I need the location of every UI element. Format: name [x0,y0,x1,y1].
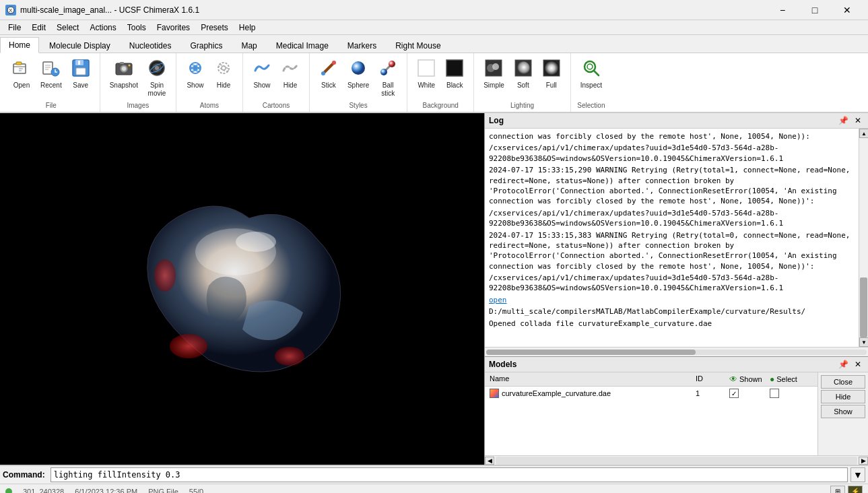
log-row: /cxservices/api/v1/chimerax/updates?uuid… [489,273,855,294]
log-open-link[interactable]: open [489,296,507,304]
3d-model-svg [101,171,384,407]
log-scroll-track[interactable] [859,138,868,337]
command-scroll-down[interactable]: ▼ [850,467,865,482]
status-grid-btn[interactable]: ⊞ [830,486,845,494]
recent-button[interactable]: Recent [36,56,66,92]
snapshot-button[interactable]: Snapshot [106,56,142,92]
black-bg-button[interactable]: Black [441,56,468,92]
command-input[interactable] [51,467,848,482]
tab-markers[interactable]: Markers [339,38,385,53]
models-close-button[interactable]: ✕ [852,358,864,370]
log-pin-button[interactable]: 📌 [837,114,849,127]
models-hscroll-left[interactable]: ◀ [485,457,494,465]
main-area: Log 📌 ✕ connection was forcibly closed b… [0,113,868,465]
log-open-link-row: open [489,295,855,305]
hide-cartoons-button[interactable]: Hide [277,56,304,92]
status-right-controls: ⊞ ⚡ [830,486,863,494]
menu-help[interactable]: Help [234,22,261,34]
status-flash-btn[interactable]: ⚡ [848,486,863,494]
log-row: /cxservices/api/v1/chimerax/updates?uuid… [489,208,855,229]
show-cartoons-button[interactable]: Show [248,56,275,92]
svg-point-41 [544,61,559,75]
log-content[interactable]: connection was forcibly closed by the re… [485,129,859,347]
log-path-row: D:/multi_scale/compilersMATLAB/MatlabCom… [489,306,855,317]
menu-presets[interactable]: Presets [195,22,234,34]
ball-stick-label: Ballstick [381,81,395,98]
svg-rect-8 [76,68,86,75]
tab-home[interactable]: Home [0,37,39,53]
stick-label: Stick [321,81,336,90]
show-atoms-button[interactable]: Show [182,56,209,92]
file-buttons: Open Recent Save [8,56,94,100]
open-button[interactable]: Open [8,56,35,92]
models-pin-button[interactable]: 📌 [837,358,849,370]
tab-medical-image[interactable]: Medical Image [267,38,337,53]
background-group-label: Background [423,100,459,109]
atoms-buttons: Show Hide [182,56,237,100]
menu-file[interactable]: File [3,22,26,34]
close-button[interactable]: ✕ [832,0,863,20]
menu-bar: File Edit Select Actions Tools Favorites… [0,20,868,35]
tab-map[interactable]: Map [232,38,265,53]
log-scroll-down[interactable]: ▼ [859,337,868,347]
menu-favorites[interactable]: Favorites [152,22,195,34]
models-hscroll-right[interactable]: ▶ [859,457,868,465]
status-count: 55/0 [189,488,203,494]
menu-select[interactable]: Select [51,22,84,34]
col-select: ● Select [768,374,815,385]
hide-atoms-label: Hide [217,81,231,90]
models-close-btn[interactable]: Close [821,375,865,389]
status-coords: 301, 240328 [23,488,64,494]
log-close-button[interactable]: ✕ [852,114,864,127]
models-hscroll-track[interactable] [496,457,857,465]
window-controls: − □ ✕ [767,0,863,20]
models-show-btn[interactable]: Show [821,405,865,418]
tab-right-mouse[interactable]: Right Mouse [387,38,449,53]
menu-tools[interactable]: Tools [122,22,152,34]
soft-lighting-button[interactable]: Soft [510,56,537,92]
ribbon-group-atoms: Show Hide Atoms [176,53,243,112]
hide-atoms-button[interactable]: Hide [210,56,237,92]
model-shown-cell[interactable]: ✓ [727,388,768,399]
sphere-label: Sphere [347,81,369,90]
log-hscroll-thumb [486,350,696,355]
inspect-button[interactable]: Inspect [576,56,606,92]
model-select-cell[interactable] [768,388,815,399]
models-panel: Models 📌 ✕ Name ID 👁 Shown ● Select [485,357,868,465]
save-button[interactable]: Save [67,56,94,92]
stick-button[interactable]: Stick [315,56,342,92]
menu-actions[interactable]: Actions [84,22,121,34]
minimize-button[interactable]: − [767,0,798,20]
spin-movie-button[interactable]: Spinmovie [143,56,170,100]
tab-molecule-display[interactable]: Molecule Display [40,38,119,53]
simple-lighting-button[interactable]: Simple [479,56,508,92]
full-lighting-button[interactable]: Full [538,56,565,92]
ribbon-group-file: Open Recent Save File [3,53,100,112]
images-group-label: Images [127,100,149,109]
status-datetime: 6/1/2023 12:36 PM [75,488,137,494]
svg-rect-34 [446,60,463,76]
model-select-checkbox[interactable] [770,389,779,398]
white-bg-button[interactable]: White [413,56,440,92]
models-header-controls: 📌 ✕ [837,358,864,370]
menu-edit[interactable]: Edit [26,22,51,34]
show-atoms-label: Show [187,81,203,90]
tab-graphics[interactable]: Graphics [181,38,231,53]
snapshot-icon [114,59,133,80]
maximize-button[interactable]: □ [799,0,830,20]
model-shown-checkbox[interactable]: ✓ [729,389,739,398]
log-hscroll-track[interactable] [486,350,867,355]
sphere-button[interactable]: Sphere [343,56,373,92]
viewport[interactable] [0,113,484,465]
svg-rect-13 [120,62,124,64]
file-group-label: File [46,100,57,109]
right-panel: Log 📌 ✕ connection was forcibly closed b… [484,113,868,465]
ribbon-group-styles: Stick Sphere Ballstick Styles [310,53,407,112]
models-hide-btn[interactable]: Hide [821,390,865,403]
tab-nucleotides[interactable]: Nucleotides [121,38,180,53]
log-scroll-up[interactable]: ▲ [859,129,868,138]
models-footer: ◀ ▶ [485,455,868,465]
ball-stick-button[interactable]: Ballstick [374,56,401,100]
log-hscroll[interactable] [485,347,868,356]
model-color-swatch[interactable] [490,389,499,398]
